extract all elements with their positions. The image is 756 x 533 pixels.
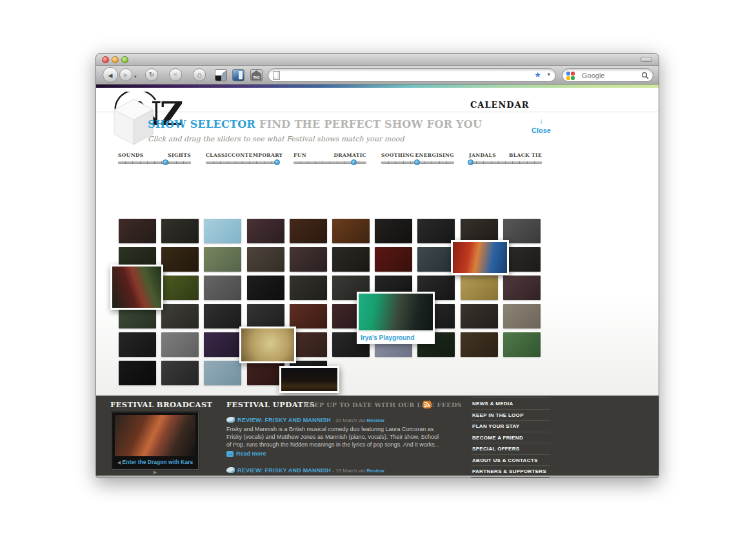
slider-handle[interactable] — [414, 159, 420, 165]
show-thumbnail[interactable] — [332, 247, 370, 272]
show-thumbnail[interactable] — [461, 332, 498, 357]
show-thumbnail[interactable] — [204, 361, 241, 385]
show-thumbnail[interactable] — [161, 219, 199, 243]
sidebar-icon-button[interactable] — [232, 69, 244, 81]
search-bar[interactable] — [562, 68, 653, 82]
feed-item-source-link[interactable]: Review — [366, 417, 384, 423]
show-thumbnail[interactable] — [247, 247, 284, 272]
show-thumbnail[interactable] — [204, 219, 241, 243]
show-thumbnail[interactable] — [247, 361, 284, 385]
read-more-link[interactable]: →Read more — [226, 450, 266, 457]
show-thumbnail[interactable] — [161, 276, 199, 300]
slider-handle[interactable] — [351, 159, 357, 165]
featured-iryas-playground[interactable]: Irya's Playground — [357, 292, 435, 332]
search-input[interactable] — [581, 70, 640, 81]
slider-track[interactable] — [118, 161, 191, 164]
show-thumbnail[interactable] — [204, 276, 241, 300]
address-input[interactable] — [284, 70, 530, 81]
featured-cat-illustration-show[interactable] — [239, 327, 296, 363]
show-thumbnail[interactable] — [119, 219, 156, 243]
slider-track[interactable] — [206, 161, 279, 164]
slider-track[interactable] — [381, 161, 454, 164]
footer-menu-item[interactable]: PLAN YOUR STAY — [471, 420, 550, 432]
featured-image[interactable] — [359, 294, 433, 330]
featured-motion-blur-show[interactable] — [110, 265, 163, 310]
featured-image[interactable] — [453, 242, 507, 273]
show-thumbnail[interactable] — [161, 332, 199, 357]
close-window-button[interactable] — [102, 56, 109, 63]
show-thumbnail[interactable] — [290, 304, 327, 328]
featured-image[interactable] — [241, 328, 294, 361]
broadcast-prev-icon[interactable]: ◀ — [117, 460, 121, 465]
show-thumbnail[interactable] — [161, 247, 199, 272]
slider-track[interactable] — [469, 161, 542, 164]
nav-calendar[interactable]: CALENDAR — [470, 100, 530, 110]
festival-broadcast-player[interactable]: ◀ Enter the Dragon with Kars ▶ — [112, 412, 199, 470]
home-button[interactable]: ⌂ — [193, 68, 206, 81]
featured-image[interactable] — [112, 266, 161, 308]
browser-toolbar: ◀ ▶ ▾ ↻ ✕ ⌂ TAG ★ ▾ — [96, 66, 659, 85]
show-thumbnail[interactable] — [503, 304, 541, 328]
minimize-window-button[interactable] — [112, 56, 119, 63]
feed-item-title[interactable]: REVIEW: FRISKY AND MANNISH — [237, 417, 331, 423]
address-dropdown-caret[interactable]: ▾ — [547, 71, 550, 77]
slider-right-label: SIGHTS — [168, 152, 191, 158]
show-thumbnail[interactable] — [119, 332, 156, 357]
back-menu-caret[interactable]: ▾ — [134, 74, 137, 79]
address-bar[interactable]: ★ ▾ — [268, 68, 556, 82]
show-thumbnail[interactable] — [290, 276, 327, 300]
broadcast-caption[interactable]: Enter the Dragon with Kars — [123, 459, 194, 465]
close-selector-button[interactable]: ↓ Close — [527, 117, 555, 136]
show-thumbnail[interactable] — [247, 219, 284, 243]
featured-circus-show[interactable] — [451, 240, 509, 275]
show-thumbnail[interactable] — [204, 247, 241, 272]
broadcast-next-icon[interactable]: ▶ — [154, 470, 157, 474]
show-thumbnail[interactable] — [461, 276, 498, 300]
forward-button[interactable]: ▶ — [119, 68, 132, 81]
featured-image[interactable] — [281, 368, 337, 391]
slider-handle[interactable] — [468, 159, 473, 165]
slider-handle[interactable] — [274, 159, 280, 165]
feed-item-title[interactable]: REVIEW: FRISKY AND MANNISH — [237, 467, 331, 474]
footer-menu-item[interactable]: SPECIAL OFFERS — [471, 443, 550, 454]
bookmark-star-icon[interactable]: ★ — [534, 70, 541, 79]
search-engine-icon[interactable] — [566, 72, 575, 80]
slider-handle[interactable] — [163, 159, 168, 165]
show-thumbnail[interactable] — [290, 219, 327, 243]
back-button[interactable]: ◀ — [103, 67, 118, 83]
show-thumbnail[interactable] — [247, 304, 284, 328]
footer-menu-item[interactable]: ABOUT US & CONTACTS — [471, 454, 550, 466]
rss-icon[interactable] — [423, 401, 431, 408]
show-thumbnail[interactable] — [375, 219, 412, 243]
show-thumbnail[interactable] — [204, 332, 241, 357]
show-thumbnail[interactable] — [204, 304, 241, 328]
show-thumbnail[interactable] — [417, 247, 455, 272]
show-thumbnail[interactable] — [161, 361, 199, 385]
show-thumbnail[interactable] — [503, 276, 541, 300]
show-thumbnail[interactable] — [247, 276, 284, 300]
zoom-window-button[interactable] — [121, 56, 128, 63]
show-thumbnail[interactable] — [290, 247, 327, 272]
footer-menu-item[interactable]: NEWS & MEDIA — [471, 397, 550, 409]
reload-button[interactable]: ↻ — [145, 68, 158, 81]
stop-button[interactable]: ✕ — [169, 68, 182, 81]
broadcast-still-image[interactable] — [115, 415, 195, 456]
featured-concert-show[interactable] — [279, 366, 339, 393]
toolbar-toggle-widget[interactable] — [641, 57, 652, 62]
featured-show-label[interactable]: Irya's Playground — [357, 332, 435, 344]
show-thumbnail[interactable] — [375, 247, 412, 272]
footer-menu-item[interactable]: KEEP IN THE LOOP — [471, 409, 550, 421]
show-thumbnail[interactable] — [119, 361, 156, 385]
window-titlebar[interactable] — [96, 54, 659, 66]
tag-button[interactable]: TAG — [250, 69, 263, 81]
feed-item-source-link[interactable]: Review — [366, 468, 384, 474]
footer-menu-item[interactable]: PARTNERS & SUPPORTERS — [471, 465, 550, 478]
show-thumbnail[interactable] — [503, 332, 541, 357]
show-thumbnail[interactable] — [332, 219, 370, 243]
show-thumbnail[interactable] — [461, 304, 498, 328]
panels-icon-button[interactable] — [215, 69, 227, 81]
footer-menu-item[interactable]: BECOME A FRIEND — [471, 432, 550, 443]
show-thumbnail[interactable] — [161, 304, 199, 328]
slider-track[interactable] — [293, 161, 366, 164]
show-thumbnail[interactable] — [417, 219, 455, 243]
